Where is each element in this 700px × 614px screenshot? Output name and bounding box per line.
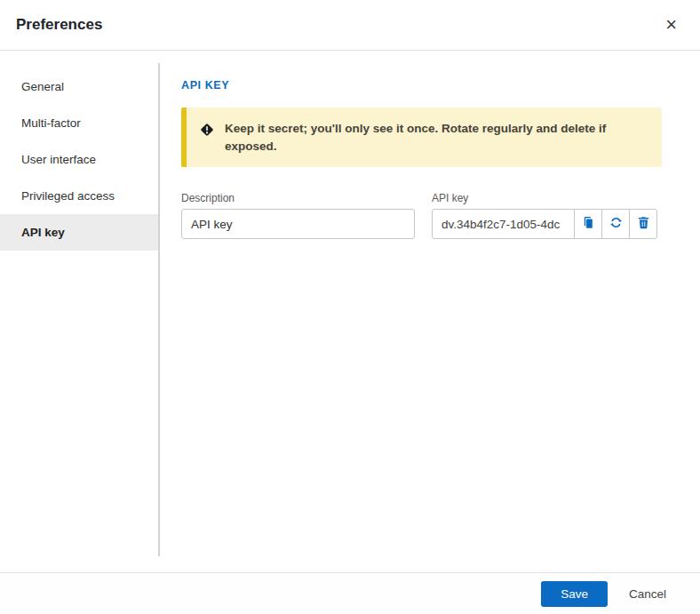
sidebar-item-general[interactable]: General (0, 68, 158, 105)
api-key-label: API key (432, 192, 657, 204)
api-key-form: Description API key (181, 192, 662, 239)
dialog-body: General Multi-factor User interface Priv… (0, 51, 700, 572)
section-title: API KEY (181, 79, 662, 92)
trash-icon (637, 216, 650, 232)
description-label: Description (181, 192, 415, 204)
description-field-group: Description (181, 192, 415, 239)
preferences-dialog: Preferences × General Multi-factor User … (0, 0, 700, 572)
rotate-icon (609, 216, 623, 232)
copy-icon (582, 216, 595, 232)
delete-button[interactable] (629, 209, 657, 239)
api-key-input-group (432, 209, 657, 239)
api-key-input[interactable] (432, 209, 575, 239)
copy-button[interactable] (574, 209, 602, 239)
warning-alert: Keep it secret; you'll only see it once.… (181, 108, 662, 167)
alert-message: Keep it secret; you'll only see it once.… (225, 120, 646, 155)
cancel-button[interactable]: Cancel (629, 587, 666, 601)
exclamation-diamond-icon (199, 122, 215, 141)
api-key-field-group: API key (432, 192, 657, 239)
content-panel: API KEY Keep it secret; you'll only see … (160, 51, 700, 572)
sidebar: General Multi-factor User interface Priv… (0, 51, 158, 572)
page-title: Preferences (16, 16, 102, 34)
sidebar-item-user-interface[interactable]: User interface (0, 141, 158, 178)
sidebar-item-api-key[interactable]: API key (0, 214, 158, 251)
sidebar-item-privileged-access[interactable]: Privileged access (0, 178, 158, 214)
dialog-header: Preferences × (0, 0, 700, 51)
rotate-button[interactable] (601, 209, 630, 239)
close-icon[interactable]: × (662, 13, 680, 36)
sidebar-item-multi-factor[interactable]: Multi-factor (0, 105, 158, 141)
description-input[interactable] (181, 209, 415, 239)
dialog-footer: Save Cancel (0, 572, 700, 614)
save-button[interactable]: Save (541, 581, 608, 607)
